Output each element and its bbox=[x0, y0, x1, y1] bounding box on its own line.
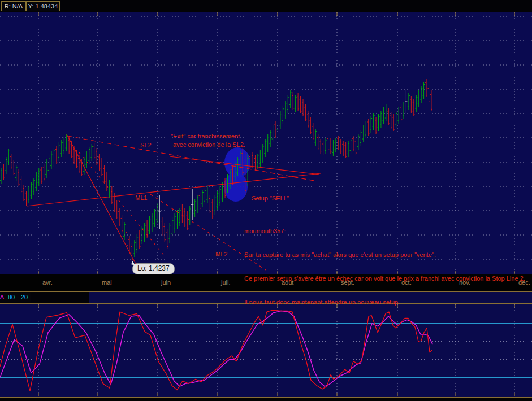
ohlc-bar bbox=[209, 195, 211, 213]
axis-month-label: avr. bbox=[42, 279, 53, 286]
ohlc-bar bbox=[259, 150, 261, 167]
ohlc-bar bbox=[176, 210, 179, 229]
ohlc-bar bbox=[194, 199, 196, 217]
ohlc-bar bbox=[340, 139, 342, 154]
ohlc-bar bbox=[327, 136, 330, 151]
ohlc-bar bbox=[133, 240, 136, 257]
indicator-param-box-lower: 20 bbox=[18, 293, 31, 302]
ohlc-bar bbox=[28, 186, 30, 203]
ohlc-bar bbox=[179, 208, 181, 226]
ohlc-bar bbox=[98, 154, 101, 171]
ohlc-bar bbox=[7, 149, 10, 165]
ohlc-bar bbox=[126, 229, 128, 247]
ohlc-bar bbox=[60, 140, 63, 157]
axis-month-label: mai bbox=[102, 279, 112, 286]
ohlc-bar bbox=[330, 138, 332, 154]
ohlc-bar bbox=[390, 112, 392, 129]
ohlc-bar bbox=[181, 204, 183, 223]
ohlc-bar bbox=[219, 186, 221, 206]
ohlc-bar bbox=[405, 90, 407, 113]
ohlc-bar bbox=[55, 146, 58, 164]
ohlc-bar bbox=[337, 136, 339, 150]
ohlc-bar bbox=[269, 130, 271, 147]
record-value: R: N/A bbox=[5, 3, 23, 10]
comment-line: Ce premier setup s'avère être un échec c… bbox=[244, 274, 525, 282]
ohlc-bar bbox=[395, 111, 397, 128]
indicator-param-lower: 20 bbox=[21, 294, 28, 300]
ohlc-bar bbox=[425, 79, 427, 97]
ohlc-bar bbox=[378, 114, 380, 131]
ohlc-bar bbox=[410, 96, 412, 113]
ohlc-bar bbox=[144, 223, 146, 242]
ohlc-bar bbox=[287, 95, 289, 113]
ohlc-bar bbox=[284, 101, 287, 119]
ohlc-bar bbox=[279, 111, 282, 129]
ohlc-bar bbox=[335, 138, 337, 152]
setup-sell-label: Setup "SELL" bbox=[252, 194, 289, 202]
axis-month-label: juil. bbox=[221, 279, 231, 286]
ohlc-bar bbox=[168, 223, 171, 243]
ohlc-bar bbox=[222, 182, 224, 202]
ohlc-bar bbox=[415, 95, 417, 112]
ohlc-bar bbox=[342, 141, 344, 156]
ohlc-bar bbox=[385, 104, 387, 121]
ohlc-bar bbox=[367, 119, 370, 136]
ohlc-bar bbox=[50, 151, 53, 169]
ohlc-bar bbox=[430, 90, 432, 111]
indicator-param-upper: 80 bbox=[8, 294, 15, 300]
label-sl2: SL2 bbox=[140, 141, 152, 149]
ohlc-bar bbox=[118, 208, 120, 226]
comment-block: moumouth357: Sur ta capture tu as mis "a… bbox=[244, 211, 525, 322]
ohlc-bar bbox=[211, 199, 214, 219]
ohlc-bar bbox=[158, 195, 161, 229]
ohlc-bar bbox=[380, 111, 382, 128]
ohlc-bar bbox=[15, 165, 18, 181]
ohlc-bar bbox=[2, 164, 5, 180]
ohlc-bar bbox=[360, 130, 362, 146]
ohlc-bar bbox=[30, 182, 32, 199]
ohlc-bar bbox=[347, 141, 349, 157]
ohlc-bar bbox=[156, 203, 158, 223]
ohlc-bar bbox=[264, 139, 266, 157]
ohlc-bar bbox=[272, 125, 274, 142]
ohlc-bar bbox=[382, 107, 384, 124]
comment-line: Il nous faut donc maintenant attendre un… bbox=[244, 298, 525, 306]
ohlc-bar bbox=[362, 125, 365, 142]
axis-month-label: juin bbox=[161, 279, 171, 286]
ohlc-bar bbox=[325, 138, 327, 154]
ohlc-bar bbox=[392, 114, 395, 131]
ohlc-bar bbox=[423, 82, 425, 99]
ohlc-bar bbox=[93, 143, 96, 159]
ohlc-bar bbox=[106, 172, 108, 191]
trading-chart-window: R: N/A Y: 1.48434 A 80 20 avr.maijuinjui… bbox=[0, 0, 532, 401]
ohlc-bar bbox=[262, 144, 264, 163]
ohlc-bar bbox=[397, 107, 400, 124]
ohlc-bar bbox=[101, 158, 103, 176]
ohlc-bar bbox=[370, 116, 372, 133]
ohlc-bar bbox=[151, 213, 153, 232]
ohlc-bar bbox=[171, 217, 174, 237]
ohlc-bar bbox=[40, 167, 42, 184]
indicator-name: A bbox=[0, 294, 4, 300]
ohlc-bar bbox=[373, 113, 375, 130]
ohlc-bar bbox=[33, 178, 35, 195]
ohlc-bar bbox=[214, 195, 216, 215]
ohlc-bar bbox=[5, 157, 7, 174]
ohlc-bar bbox=[282, 106, 284, 124]
ohlc-bar bbox=[0, 168, 2, 184]
ohlc-bar bbox=[319, 139, 322, 154]
ohlc-bar bbox=[420, 86, 422, 103]
ohlc-bar bbox=[108, 180, 110, 198]
ohlc-bar bbox=[387, 108, 390, 125]
ohlc-bar bbox=[90, 144, 93, 161]
ohlc-bar bbox=[116, 200, 118, 219]
ohlc-bar bbox=[204, 188, 206, 204]
ohlc-bar bbox=[191, 189, 193, 220]
ohlc-bar bbox=[354, 138, 357, 155]
ohlc-bar bbox=[174, 213, 176, 233]
ohlc-bar bbox=[58, 142, 60, 161]
ohlc-bar bbox=[314, 129, 317, 146]
ohlc-bar bbox=[166, 229, 168, 249]
low-price-value: Lo: 1.4237 bbox=[137, 264, 170, 272]
ohlc-bar bbox=[297, 93, 299, 111]
